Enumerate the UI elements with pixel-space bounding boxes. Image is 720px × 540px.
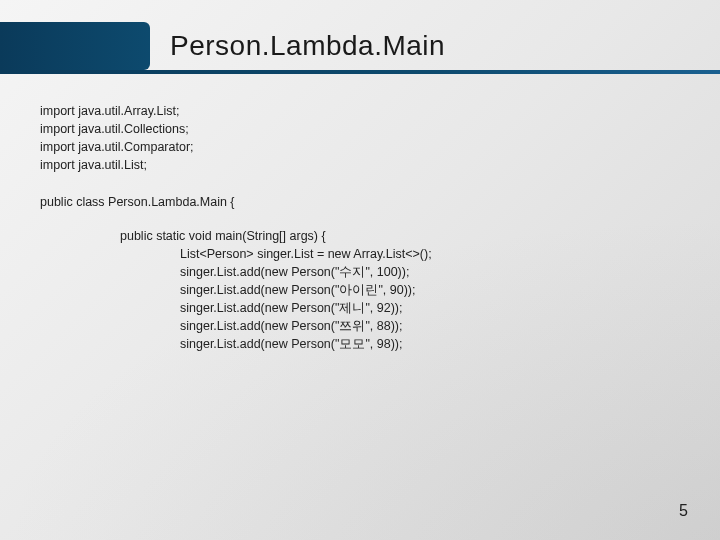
class-declaration: public class Person.Lambda.Main { [40,193,680,211]
import-block: import java.util.Array.List; import java… [40,102,680,175]
title-accent-block [0,22,150,70]
import-line: import java.util.List; [40,156,680,174]
code-line: singer.List.add(new Person("수지", 100)); [180,263,680,281]
code-line: List<Person> singer.List = new Array.Lis… [180,245,680,263]
page-number: 5 [679,502,688,520]
code-line: singer.List.add(new Person("모모", 98)); [180,335,680,353]
import-line: import java.util.Collections; [40,120,680,138]
code-line: singer.List.add(new Person("제니", 92)); [180,299,680,317]
method-body: List<Person> singer.List = new Array.Lis… [120,245,680,354]
title-bar: Person.Lambda.Main [0,22,720,70]
code-line: singer.List.add(new Person("쯔위", 88)); [180,317,680,335]
method-signature: public static void main(String[] args) { [120,227,680,245]
import-line: import java.util.Array.List; [40,102,680,120]
import-line: import java.util.Comparator; [40,138,680,156]
method-block: public static void main(String[] args) {… [40,227,680,354]
code-content: import java.util.Array.List; import java… [0,74,720,374]
slide-title: Person.Lambda.Main [170,30,445,62]
code-line: singer.List.add(new Person("아이린", 90)); [180,281,680,299]
